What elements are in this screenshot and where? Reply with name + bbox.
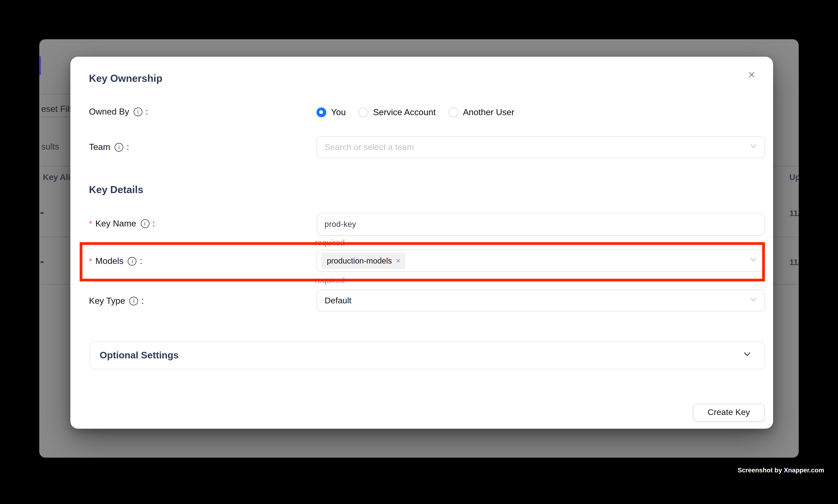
radio-unselected-icon: [358, 107, 368, 117]
chevron-down-icon: [750, 256, 757, 266]
info-icon[interactable]: i: [141, 219, 149, 228]
close-icon[interactable]: ✕: [745, 69, 758, 82]
colon: :: [142, 296, 144, 306]
divider: [39, 237, 70, 237]
key-type-label: Key Type i :: [89, 296, 144, 306]
table-cell-dash: [40, 262, 44, 263]
divider: [773, 237, 799, 237]
radio-unselected-icon: [448, 107, 458, 117]
background-right-fragments: Up 11/ 11/: [773, 39, 799, 457]
updated-header-partial: Up: [789, 173, 799, 182]
colon: :: [153, 219, 155, 228]
radio-another-user[interactable]: Another User: [448, 107, 515, 117]
required-asterisk: *: [89, 256, 92, 266]
results-partial-text: sults: [41, 142, 59, 152]
key-name-required-message: required: [315, 238, 345, 247]
team-select[interactable]: Search or select a team: [317, 136, 765, 158]
key-name-label: * Key Name i :: [89, 219, 155, 228]
optional-settings-toggle[interactable]: Optional Settings: [89, 341, 765, 370]
radio-service-account[interactable]: Service Account: [358, 107, 435, 117]
divider: [39, 284, 70, 285]
info-icon[interactable]: i: [114, 143, 123, 152]
team-select-placeholder: Search or select a team: [325, 142, 414, 152]
radio-you[interactable]: You: [316, 107, 346, 117]
info-icon[interactable]: i: [133, 107, 142, 116]
key-name-label-text: Key Name: [95, 219, 136, 228]
divider: [39, 117, 70, 118]
table-row-date: 11/: [789, 209, 799, 218]
divider: [39, 166, 70, 166]
info-icon[interactable]: i: [129, 297, 138, 305]
divider: [773, 284, 799, 285]
key-type-selected-value: Default: [325, 295, 352, 305]
table-row-date: 11/: [789, 258, 799, 267]
info-icon[interactable]: i: [128, 257, 137, 266]
watermark-text: Screenshot by Xnapper.com: [738, 466, 799, 474]
owned-by-label: Owned By i :: [89, 107, 148, 116]
create-key-button[interactable]: Create Key: [693, 403, 765, 421]
colon: :: [146, 107, 148, 116]
create-key-modal: ✕ Key Ownership Owned By i : You Service…: [70, 57, 773, 429]
key-ownership-heading: Key Ownership: [89, 72, 162, 84]
required-asterisk: *: [89, 219, 92, 228]
screenshot-stage: eset Filt sults Key Alia Up 11/ 11/ ✕ Ke…: [0, 0, 838, 504]
key-type-select[interactable]: Default: [317, 289, 765, 311]
models-select[interactable]: production-models ✕: [317, 250, 765, 272]
colon: :: [127, 142, 129, 152]
radio-service-account-label: Service Account: [373, 107, 436, 117]
chevron-down-icon: [743, 350, 751, 360]
chevron-down-icon: [750, 142, 757, 152]
key-details-heading: Key Details: [89, 184, 143, 196]
divider: [39, 94, 70, 94]
chevron-down-icon: [750, 295, 757, 305]
models-label-text: Models: [95, 256, 124, 266]
key-alias-header-partial: Key Alia: [43, 173, 70, 182]
radio-you-label: You: [331, 107, 346, 117]
divider: [773, 166, 799, 166]
selected-model-tag: production-models ✕: [321, 253, 405, 269]
selected-model-tag-label: production-models: [327, 256, 392, 265]
owned-by-radio-group: You Service Account Another User: [316, 107, 514, 117]
radio-selected-icon: [316, 107, 326, 117]
table-cell-dash: [40, 212, 44, 214]
team-label: Team i :: [89, 142, 129, 152]
key-type-label-text: Key Type: [89, 296, 125, 306]
models-label: * Models i :: [89, 256, 142, 266]
colon: :: [140, 256, 142, 266]
models-required-message: required: [315, 275, 345, 285]
tag-remove-icon[interactable]: ✕: [396, 258, 401, 264]
optional-settings-heading: Optional Settings: [100, 349, 179, 361]
key-name-input[interactable]: prod-key: [317, 213, 765, 235]
owned-by-label-text: Owned By: [89, 107, 129, 116]
reset-filters-partial-text: eset Filt: [41, 104, 70, 114]
team-label-text: Team: [89, 142, 110, 152]
radio-another-user-label: Another User: [463, 107, 514, 117]
background-left-fragments: eset Filt sults Key Alia: [39, 39, 70, 457]
